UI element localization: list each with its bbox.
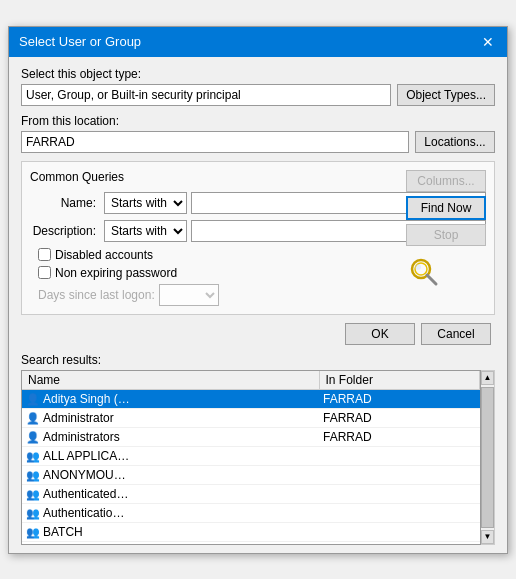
result-name-text: Administrator [43,411,114,425]
days-logon-label: Days since last logon: [38,288,155,302]
disabled-accounts-checkbox[interactable] [38,248,51,261]
dialog-title: Select User or Group [19,34,141,49]
svg-line-2 [427,275,436,284]
result-name-cell: 👤Aditya Singh (… [22,389,319,408]
result-name-text: BATCH [43,525,83,539]
table-row[interactable]: 👥ALL APPLICA… [22,446,480,465]
result-folder-cell [319,446,479,465]
disabled-accounts-label: Disabled accounts [55,248,153,262]
user-icon: 👤 [26,431,40,443]
result-folder-cell: FARRAD [319,427,479,446]
results-list[interactable]: Name In Folder 👤Aditya Singh (…FARRAD👤Ad… [21,370,481,545]
title-bar: Select User or Group ✕ [9,27,507,57]
result-name-text: ANONYMOU… [43,468,126,482]
result-folder-cell [319,503,479,522]
table-row[interactable]: 👤AdministratorFARRAD [22,408,480,427]
user-icon: 👥 [26,469,40,481]
find-now-button[interactable]: Find Now [406,196,486,220]
non-expiring-label: Non expiring password [55,266,177,280]
name-query-select[interactable]: Starts with Is exactly Contains [104,192,187,214]
result-folder-cell [319,484,479,503]
dialog-body: Select this object type: Object Types...… [9,57,507,553]
result-name-text: ALL APPLICA… [43,449,129,463]
ok-cancel-row: OK Cancel [21,323,495,345]
search-results-label: Search results: [21,353,495,367]
description-query-select[interactable]: Starts with Is exactly Contains [104,220,187,242]
table-row[interactable]: 👥BATCH [22,522,480,541]
search-icon-button[interactable] [406,254,442,290]
right-buttons-panel: Columns... Find Now Stop [406,170,486,290]
object-types-button[interactable]: Object Types... [397,84,495,106]
result-name-text: Aditya Singh (… [43,392,130,406]
result-folder-cell [319,522,479,541]
search-magnifier-icon [408,256,440,288]
location-row: Locations... [21,131,495,153]
object-type-input[interactable] [21,84,391,106]
days-logon-select[interactable] [159,284,219,306]
location-input[interactable] [21,131,409,153]
scroll-down-arrow[interactable]: ▼ [481,530,494,544]
location-label: From this location: [21,114,495,128]
user-icon: 👤 [26,393,40,405]
scroll-thumb[interactable] [481,387,494,528]
user-icon: 👥 [26,450,40,462]
result-name-cell: 👥Authenticatio… [22,503,319,522]
col-folder-header: In Folder [319,371,479,390]
table-row[interactable]: 👥Authenticatio… [22,503,480,522]
locations-button[interactable]: Locations... [415,131,495,153]
common-queries-section: Common Queries Columns... Find Now Stop [21,161,495,315]
table-row[interactable]: 👥CONSOLE L… [22,541,480,545]
cancel-button[interactable]: Cancel [421,323,491,345]
result-name-text: Authenticated… [43,487,128,501]
user-icon: 👤 [26,412,40,424]
result-name-cell: 👥ANONYMOU… [22,465,319,484]
table-row[interactable]: 👥ANONYMOU… [22,465,480,484]
result-name-cell: 👤Administrator [22,408,319,427]
close-button[interactable]: ✕ [479,33,497,51]
select-user-group-dialog: Select User or Group ✕ Select this objec… [8,26,508,554]
user-icon: 👥 [26,507,40,519]
stop-button[interactable]: Stop [406,224,486,246]
user-icon: 👥 [26,488,40,500]
results-container: Name In Folder 👤Aditya Singh (…FARRAD👤Ad… [21,370,495,545]
result-folder-cell [319,541,479,545]
result-name-cell: 👥Authenticated… [22,484,319,503]
scroll-up-arrow[interactable]: ▲ [481,371,494,385]
object-type-row: Object Types... [21,84,495,106]
description-query-label: Description: [30,224,100,238]
result-name-cell: 👥ALL APPLICA… [22,446,319,465]
scrollbar[interactable]: ▲ ▼ [481,370,495,545]
object-type-label: Select this object type: [21,67,495,81]
name-query-label: Name: [30,196,100,210]
result-name-text: Authenticatio… [43,506,124,520]
result-name-cell: 👥CONSOLE L… [22,541,319,545]
result-name-text: CONSOLE L… [43,544,124,545]
result-folder-cell [319,465,479,484]
columns-button[interactable]: Columns... [406,170,486,192]
table-row[interactable]: 👤AdministratorsFARRAD [22,427,480,446]
result-name-cell: 👥BATCH [22,522,319,541]
results-table: Name In Folder 👤Aditya Singh (…FARRAD👤Ad… [22,371,480,545]
svg-point-3 [415,264,421,270]
result-name-cell: 👤Administrators [22,427,319,446]
result-name-text: Administrators [43,430,120,444]
user-icon: 👥 [26,526,40,538]
table-row[interactable]: 👥Authenticated… [22,484,480,503]
non-expiring-checkbox[interactable] [38,266,51,279]
table-row[interactable]: 👤Aditya Singh (…FARRAD [22,389,480,408]
col-name-header: Name [22,371,319,390]
result-folder-cell: FARRAD [319,408,479,427]
ok-button[interactable]: OK [345,323,415,345]
result-folder-cell: FARRAD [319,389,479,408]
